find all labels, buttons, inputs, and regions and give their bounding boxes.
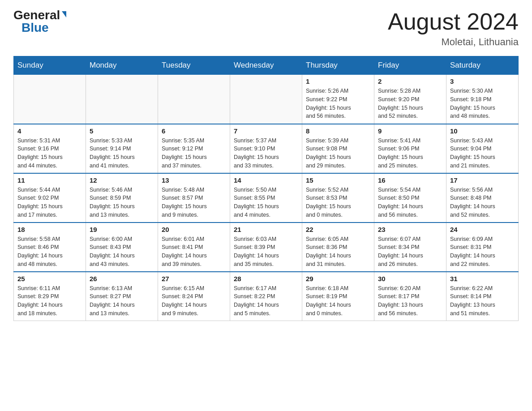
day-info: Sunrise: 5:35 AMSunset: 9:12 PMDaylight:… [162, 137, 226, 170]
day-number: 7 [234, 127, 298, 135]
calendar-title: August 2024 [388, 9, 519, 34]
calendar-cell: 9Sunrise: 5:41 AMSunset: 9:06 PMDaylight… [374, 124, 446, 173]
day-number: 23 [378, 226, 442, 233]
day-number: 13 [162, 176, 226, 184]
calendar-cell: 1Sunrise: 5:26 AMSunset: 9:22 PMDaylight… [302, 75, 374, 124]
weekday-header-wednesday: Wednesday [230, 56, 302, 75]
calendar-cell: 16Sunrise: 5:54 AMSunset: 8:50 PMDayligh… [374, 173, 446, 223]
day-number: 10 [450, 127, 515, 135]
calendar-cell: 29Sunrise: 6:18 AMSunset: 8:19 PMDayligh… [302, 272, 374, 321]
page-header: General Blue August 2024 Moletai, Lithua… [13, 9, 519, 48]
calendar-cell: 22Sunrise: 6:05 AMSunset: 8:36 PMDayligh… [302, 223, 374, 272]
day-info: Sunrise: 6:15 AMSunset: 8:24 PMDaylight:… [162, 284, 226, 318]
calendar-cell: 18Sunrise: 5:58 AMSunset: 8:46 PMDayligh… [14, 223, 86, 272]
day-info: Sunrise: 5:50 AMSunset: 8:55 PMDaylight:… [234, 186, 298, 219]
weekday-header-row: SundayMondayTuesdayWednesdayThursdayFrid… [14, 56, 519, 75]
calendar-cell: 30Sunrise: 6:20 AMSunset: 8:17 PMDayligh… [374, 272, 446, 321]
calendar-cell: 15Sunrise: 5:52 AMSunset: 8:53 PMDayligh… [302, 173, 374, 223]
day-number: 11 [17, 176, 82, 184]
day-number: 15 [306, 176, 370, 184]
day-number: 17 [450, 176, 515, 184]
weekday-header-saturday: Saturday [446, 56, 519, 75]
calendar-cell: 31Sunrise: 6:22 AMSunset: 8:14 PMDayligh… [446, 272, 519, 321]
day-number: 4 [17, 127, 82, 135]
day-info: Sunrise: 5:43 AMSunset: 9:04 PMDaylight:… [450, 137, 515, 170]
day-info: Sunrise: 6:01 AMSunset: 8:41 PMDaylight:… [162, 235, 226, 269]
calendar-cell: 8Sunrise: 5:39 AMSunset: 9:08 PMDaylight… [302, 124, 374, 173]
day-info: Sunrise: 6:18 AMSunset: 8:19 PMDaylight:… [306, 284, 370, 318]
day-number: 28 [234, 275, 298, 283]
calendar-cell: 10Sunrise: 5:43 AMSunset: 9:04 PMDayligh… [446, 124, 519, 173]
calendar-cell: 5Sunrise: 5:33 AMSunset: 9:14 PMDaylight… [86, 124, 158, 173]
calendar-cell: 27Sunrise: 6:15 AMSunset: 8:24 PMDayligh… [158, 272, 230, 321]
calendar-cell: 13Sunrise: 5:48 AMSunset: 8:57 PMDayligh… [158, 173, 230, 223]
logo: General Blue [13, 9, 66, 34]
day-number: 24 [450, 226, 515, 233]
calendar-week-row: 25Sunrise: 6:11 AMSunset: 8:29 PMDayligh… [14, 272, 519, 321]
calendar-cell: 23Sunrise: 6:07 AMSunset: 8:34 PMDayligh… [374, 223, 446, 272]
calendar-week-row: 11Sunrise: 5:44 AMSunset: 9:02 PMDayligh… [14, 173, 519, 223]
title-block: August 2024 Moletai, Lithuania [388, 9, 519, 48]
calendar-cell [230, 75, 302, 124]
day-info: Sunrise: 5:37 AMSunset: 9:10 PMDaylight:… [234, 137, 298, 170]
day-number: 25 [17, 275, 82, 283]
logo-blue-text: Blue [21, 21, 49, 34]
day-info: Sunrise: 6:03 AMSunset: 8:39 PMDaylight:… [234, 235, 298, 269]
calendar-cell [158, 75, 230, 124]
day-number: 20 [162, 226, 226, 233]
calendar-cell: 7Sunrise: 5:37 AMSunset: 9:10 PMDaylight… [230, 124, 302, 173]
day-number: 21 [234, 226, 298, 233]
calendar-cell: 3Sunrise: 5:30 AMSunset: 9:18 PMDaylight… [446, 75, 519, 124]
day-info: Sunrise: 5:54 AMSunset: 8:50 PMDaylight:… [378, 186, 442, 219]
calendar-cell: 2Sunrise: 5:28 AMSunset: 9:20 PMDaylight… [374, 75, 446, 124]
logo-general-text: General [13, 9, 60, 21]
day-number: 9 [378, 127, 442, 135]
calendar-cell: 6Sunrise: 5:35 AMSunset: 9:12 PMDaylight… [158, 124, 230, 173]
day-info: Sunrise: 5:41 AMSunset: 9:06 PMDaylight:… [378, 137, 442, 170]
day-info: Sunrise: 6:05 AMSunset: 8:36 PMDaylight:… [306, 235, 370, 269]
day-number: 1 [306, 77, 370, 85]
calendar-location: Moletai, Lithuania [388, 36, 519, 48]
calendar-cell: 12Sunrise: 5:46 AMSunset: 8:59 PMDayligh… [86, 173, 158, 223]
day-number: 12 [90, 176, 154, 184]
day-info: Sunrise: 6:00 AMSunset: 8:43 PMDaylight:… [90, 235, 154, 269]
weekday-header-thursday: Thursday [302, 56, 374, 75]
day-info: Sunrise: 5:28 AMSunset: 9:20 PMDaylight:… [378, 87, 442, 120]
calendar-cell: 24Sunrise: 6:09 AMSunset: 8:31 PMDayligh… [446, 223, 519, 272]
calendar-cell: 17Sunrise: 5:56 AMSunset: 8:48 PMDayligh… [446, 173, 519, 223]
calendar-cell [14, 75, 86, 124]
calendar-cell: 14Sunrise: 5:50 AMSunset: 8:55 PMDayligh… [230, 173, 302, 223]
calendar-cell: 28Sunrise: 6:17 AMSunset: 8:22 PMDayligh… [230, 272, 302, 321]
day-number: 5 [90, 127, 154, 135]
day-number: 2 [378, 77, 442, 85]
day-number: 6 [162, 127, 226, 135]
day-number: 30 [378, 275, 442, 283]
day-info: Sunrise: 6:20 AMSunset: 8:17 PMDaylight:… [378, 284, 442, 318]
day-number: 22 [306, 226, 370, 233]
calendar-week-row: 1Sunrise: 5:26 AMSunset: 9:22 PMDaylight… [14, 75, 519, 124]
calendar-week-row: 18Sunrise: 5:58 AMSunset: 8:46 PMDayligh… [14, 223, 519, 272]
day-number: 16 [378, 176, 442, 184]
weekday-header-friday: Friday [374, 56, 446, 75]
day-info: Sunrise: 5:48 AMSunset: 8:57 PMDaylight:… [162, 186, 226, 219]
calendar-cell: 25Sunrise: 6:11 AMSunset: 8:29 PMDayligh… [14, 272, 86, 321]
day-info: Sunrise: 5:30 AMSunset: 9:18 PMDaylight:… [450, 87, 515, 120]
day-info: Sunrise: 5:44 AMSunset: 9:02 PMDaylight:… [17, 186, 82, 219]
weekday-header-tuesday: Tuesday [158, 56, 230, 75]
day-number: 27 [162, 275, 226, 283]
calendar-cell: 20Sunrise: 6:01 AMSunset: 8:41 PMDayligh… [158, 223, 230, 272]
day-info: Sunrise: 6:22 AMSunset: 8:14 PMDaylight:… [450, 284, 515, 318]
day-number: 8 [306, 127, 370, 135]
day-info: Sunrise: 6:13 AMSunset: 8:27 PMDaylight:… [90, 284, 154, 318]
calendar-cell: 26Sunrise: 6:13 AMSunset: 8:27 PMDayligh… [86, 272, 158, 321]
calendar-cell: 4Sunrise: 5:31 AMSunset: 9:16 PMDaylight… [14, 124, 86, 173]
day-info: Sunrise: 5:31 AMSunset: 9:16 PMDaylight:… [17, 137, 82, 170]
day-number: 3 [450, 77, 515, 85]
day-info: Sunrise: 6:09 AMSunset: 8:31 PMDaylight:… [450, 235, 515, 269]
calendar-cell: 21Sunrise: 6:03 AMSunset: 8:39 PMDayligh… [230, 223, 302, 272]
weekday-header-monday: Monday [86, 56, 158, 75]
calendar-week-row: 4Sunrise: 5:31 AMSunset: 9:16 PMDaylight… [14, 124, 519, 173]
weekday-header-sunday: Sunday [14, 56, 86, 75]
day-info: Sunrise: 6:11 AMSunset: 8:29 PMDaylight:… [17, 284, 82, 318]
day-info: Sunrise: 5:58 AMSunset: 8:46 PMDaylight:… [17, 235, 82, 269]
